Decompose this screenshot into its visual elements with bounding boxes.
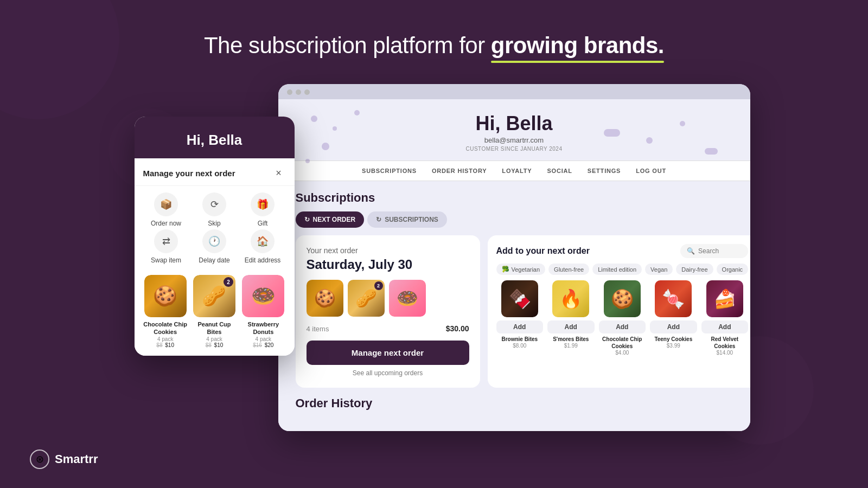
order-items-row: 🍪 2 🥜 🍩 xyxy=(307,280,469,317)
next-order-label: Your next order xyxy=(307,246,469,255)
filter-vegetarian[interactable]: 🥦 Vegetarian xyxy=(496,264,546,275)
product-2-badge: 2 xyxy=(224,277,233,287)
subscriptions-section: Subscriptions ↻ NEXT ORDER ↻ SUBSCRIPTIO… xyxy=(296,191,733,422)
deco-dot xyxy=(322,143,329,150)
close-button[interactable]: × xyxy=(272,166,286,180)
action-order-now[interactable]: 📦 Order now xyxy=(143,192,189,227)
donut-price: $16 $20 xyxy=(253,342,273,348)
deco-dot xyxy=(311,115,317,122)
smartrr-logo-text: Smartrr xyxy=(55,452,98,466)
choc-cookie-pack: 4 pack xyxy=(157,336,173,342)
action-address[interactable]: 🏠 Edit address xyxy=(240,229,286,264)
add-product-brownie: 🍫 Add Brownie Bites $8.00 xyxy=(496,280,544,356)
add-order-card: Add to your next order 🔍 🥦 Vegetarian Gl… xyxy=(488,235,750,388)
swap-icon: ⇄ xyxy=(154,229,178,253)
tab-subscriptions[interactable]: ↻ SUBSCRIPTIONS xyxy=(367,211,447,228)
tagline: The subscription platform for growing br… xyxy=(0,33,868,59)
nav-settings[interactable]: SETTINGS xyxy=(588,168,621,174)
order-date: Saturday, July 30 xyxy=(307,257,469,272)
nav-social[interactable]: SOCIAL xyxy=(547,168,572,174)
donut-image: 🍩 xyxy=(242,275,284,317)
mobile-card: Hi, Bella Manage your next order × 📦 Ord… xyxy=(135,117,295,356)
address-icon: 🏠 xyxy=(251,229,275,253)
order-total: $30.00 xyxy=(446,324,469,333)
portal-header: Hi, Bella bella@smartrr.com CUSTOMER SIN… xyxy=(296,112,733,152)
order-item-2-badge: 2 xyxy=(374,281,383,290)
brownie-price: $8.00 xyxy=(513,343,526,349)
tabs-row: ↻ NEXT ORDER ↻ SUBSCRIPTIONS xyxy=(296,211,733,228)
browser-dot-1 xyxy=(287,89,292,95)
add-brownie-button[interactable]: Add xyxy=(496,320,544,333)
gift-icon: 🎁 xyxy=(251,192,275,216)
order-history-section: Order History xyxy=(296,396,733,422)
filter-organic[interactable]: Organic xyxy=(717,264,749,275)
order-history-title: Order History xyxy=(296,396,733,410)
deco-dot xyxy=(646,137,653,144)
filter-vegan[interactable]: Vegan xyxy=(645,264,673,275)
mobile-product-1: 🍪 Chocolate Chip Cookies 4 pack $8 $10 xyxy=(143,275,188,348)
portal-nav: SUBSCRIPTIONS ORDER HISTORY LOYALTY SOCI… xyxy=(278,160,750,181)
smartrr-logo-icon: ⊛ xyxy=(30,450,49,469)
add-order-header: Add to your next order 🔍 xyxy=(496,244,749,258)
add-product-smores: 🔥 Add S'mores Bites $1.99 xyxy=(547,280,595,356)
donut-pack: 4 pack xyxy=(256,336,271,342)
tab-next-order[interactable]: ↻ NEXT ORDER xyxy=(296,211,365,228)
nav-order-history[interactable]: ORDER HISTORY xyxy=(432,168,487,174)
filter-row: 🥦 Vegetarian Gluten-free Limited edition… xyxy=(496,264,749,275)
manage-next-order-button[interactable]: Manage next order xyxy=(307,341,469,365)
subscriptions-tab-label: SUBSCRIPTIONS xyxy=(385,216,438,223)
choc-chip-name: Chocolate Chip Cookies xyxy=(599,336,646,350)
add-smores-button[interactable]: Add xyxy=(547,320,595,333)
action-skip[interactable]: ⟳ Skip xyxy=(192,192,238,227)
add-product-teeny: 🍬 Add Teeny Cookies $3.99 xyxy=(650,280,697,356)
mobile-product-3: 🍩 Strawberry Donuts 4 pack $16 $20 xyxy=(241,275,285,348)
add-choc-chip-button[interactable]: Add xyxy=(599,320,646,333)
red-velvet-name: Red Velvet Cookies xyxy=(701,336,749,350)
mobile-card-body: Manage your next order × 📦 Order now ⟳ S… xyxy=(135,158,295,356)
tagline-section: The subscription platform for growing br… xyxy=(0,0,868,59)
next-order-tab-icon: ↻ xyxy=(304,216,310,223)
search-box[interactable]: 🔍 xyxy=(680,244,748,258)
nav-logout[interactable]: LOG OUT xyxy=(636,168,666,174)
deco-dot xyxy=(680,121,685,126)
filter-limited[interactable]: Limited edition xyxy=(592,264,642,275)
browser-dot-2 xyxy=(296,89,301,95)
red-velvet-image: 🍰 xyxy=(706,280,743,317)
order-footer: 4 items $30.00 xyxy=(307,324,469,333)
search-input[interactable] xyxy=(698,247,742,255)
smores-image: 🔥 xyxy=(552,280,589,317)
tagline-text: The subscription platform for xyxy=(204,33,491,58)
next-order-card: Your next order Saturday, July 30 🍪 2 🥜 … xyxy=(296,235,480,388)
mobile-product-2: 2 🥜 Peanut Cup Bites 4 pack $8 $10 xyxy=(192,275,237,348)
teeny-image: 🍬 xyxy=(655,280,692,317)
choc-chip-image: 🍪 xyxy=(604,280,641,317)
brownie-name: Brownie Bites xyxy=(501,336,538,343)
order-item-1: 🍪 xyxy=(307,280,343,317)
filter-dairy-free[interactable]: Dairy-free xyxy=(676,264,713,275)
add-red-velvet-button[interactable]: Add xyxy=(701,320,749,333)
order-now-icon: 📦 xyxy=(154,192,178,216)
peanut-name: Peanut Cup Bites xyxy=(192,320,237,336)
action-swap[interactable]: ⇄ Swap item xyxy=(143,229,189,264)
portal-email: bella@smartrr.com xyxy=(296,136,733,144)
products-grid: 🍫 Add Brownie Bites $8.00 🔥 Add S'mores … xyxy=(496,280,749,356)
see-all-orders-link[interactable]: See all upcoming orders xyxy=(307,369,469,377)
nav-subscriptions[interactable]: SUBSCRIPTIONS xyxy=(362,168,417,174)
deco-dot xyxy=(604,129,620,137)
add-teeny-button[interactable]: Add xyxy=(650,320,697,333)
action-gift[interactable]: 🎁 Gift xyxy=(240,192,286,227)
nav-loyalty[interactable]: LOYALTY xyxy=(502,168,532,174)
add-order-title: Add to your next order xyxy=(496,246,590,256)
delay-icon: 🕐 xyxy=(202,229,226,253)
choc-chip-price: $4.00 xyxy=(615,350,629,356)
search-icon: 🔍 xyxy=(687,247,695,255)
manage-header: Manage your next order × xyxy=(135,158,295,186)
filter-gluten-free[interactable]: Gluten-free xyxy=(548,264,589,275)
add-product-choc-chip: 🍪 Add Chocolate Chip Cookies $4.00 xyxy=(599,280,646,356)
subscriptions-tab-icon: ↻ xyxy=(376,216,381,223)
order-item-3: 🍩 xyxy=(389,280,426,317)
choc-cookie-name: Chocolate Chip Cookies xyxy=(143,320,188,336)
main-layout: Hi, Bella Manage your next order × 📦 Ord… xyxy=(0,84,868,431)
mobile-products: 🍪 Chocolate Chip Cookies 4 pack $8 $10 2… xyxy=(135,271,295,356)
action-delay[interactable]: 🕐 Delay date xyxy=(192,229,238,264)
